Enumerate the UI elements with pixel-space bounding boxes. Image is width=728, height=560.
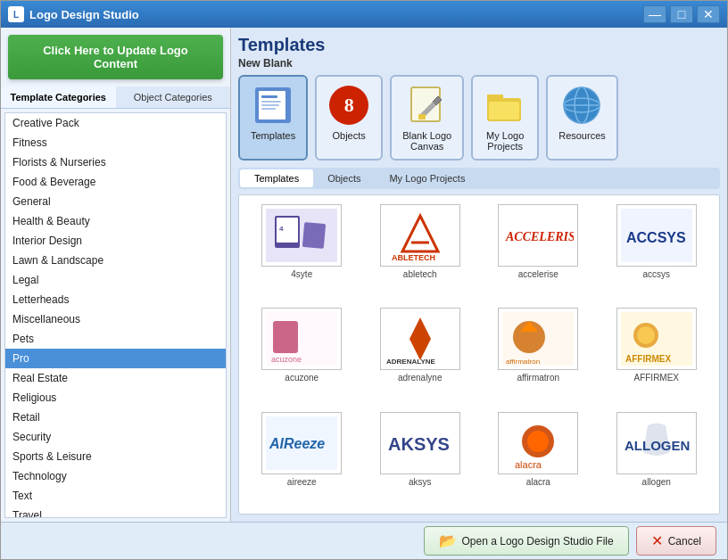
logo-thumb-abletech: ABLETECH xyxy=(380,204,460,267)
category-miscellaneous[interactable]: Miscellaneous xyxy=(5,309,226,329)
cancel-button[interactable]: ✕ Cancel xyxy=(636,526,716,556)
svg-rect-4 xyxy=(261,104,279,106)
category-retail[interactable]: Retail xyxy=(5,408,226,427)
logo-name-accsys: accsys xyxy=(642,269,670,279)
logo-name-allogen: allogen xyxy=(642,477,671,487)
svg-text:AKSYS: AKSYS xyxy=(388,434,450,454)
category-legal[interactable]: Legal xyxy=(5,270,226,290)
svg-rect-10 xyxy=(489,102,519,119)
tab-object-categories[interactable]: Object Categories xyxy=(116,86,231,108)
icon-btn-objects[interactable]: 8 Objects xyxy=(315,75,383,161)
app-icon: L xyxy=(8,6,24,22)
svg-rect-5 xyxy=(261,108,276,110)
right-panel: Templates New Blank Te xyxy=(231,28,727,522)
logo-thumb-affirmatron: affirmatron xyxy=(498,308,578,370)
logo-name-alacra: alacra xyxy=(526,477,550,487)
logo-name-affirmatron: affirmatron xyxy=(517,373,559,383)
logo-name-adrenalyne: adrenalyne xyxy=(398,373,442,383)
logo-item-adrenalyne[interactable]: ADRENALYNE adrenalyne xyxy=(363,304,478,404)
category-technology[interactable]: Technology xyxy=(5,466,226,486)
svg-rect-7 xyxy=(418,114,426,119)
sub-tabs: Templates Objects My Logo Projects xyxy=(238,168,720,189)
category-health[interactable]: Health & Beauty xyxy=(5,211,226,231)
icon-btn-blank-canvas[interactable]: Blank LogoCanvas xyxy=(390,75,464,161)
logo-thumb-4syte: 4 xyxy=(261,204,342,267)
cancel-label: Cancel xyxy=(668,535,701,548)
category-text[interactable]: Text xyxy=(5,486,226,506)
svg-text:alacra: alacra xyxy=(515,459,542,470)
logo-item-accsys[interactable]: ACCSYS accsys xyxy=(600,201,715,301)
close-button[interactable]: ✕ xyxy=(697,5,720,23)
svg-text:ADRENALYNE: ADRENALYNE xyxy=(386,358,435,366)
category-lawn[interactable]: Lawn & Landscape xyxy=(5,251,226,270)
svg-rect-20 xyxy=(302,222,326,249)
logo-name-aireeze: aireeze xyxy=(287,477,317,487)
open-file-icon: 📂 xyxy=(439,532,457,549)
logo-item-affirmex[interactable]: AFFIRMEX AFFIRMEX xyxy=(600,304,715,404)
category-food[interactable]: Food & Beverage xyxy=(5,172,226,192)
icon-btn-templates-label: Templates xyxy=(251,130,295,141)
category-sports[interactable]: Sports & Leisure xyxy=(5,447,226,466)
svg-rect-3 xyxy=(261,101,281,103)
open-file-button[interactable]: 📂 Open a Logo Design Studio File xyxy=(424,526,629,556)
category-letterheads[interactable]: Letterheads xyxy=(5,290,226,309)
logo-item-allogen[interactable]: ALLOGEN allogen xyxy=(600,408,715,508)
logo-item-alacra[interactable]: alacra alacra xyxy=(481,408,596,508)
category-florists[interactable]: Florists & Nurseries xyxy=(5,152,226,172)
logo-thumb-accelerise: ACCELERIS xyxy=(498,204,578,267)
category-general[interactable]: General xyxy=(5,192,226,211)
category-real-estate[interactable]: Real Estate xyxy=(5,368,226,388)
svg-rect-2 xyxy=(261,95,277,98)
window-title: Logo Design Studio xyxy=(29,8,139,21)
new-blank-label: New Blank xyxy=(238,57,720,70)
category-travel[interactable]: Travel xyxy=(5,506,226,518)
logo-item-aireeze[interactable]: AIReeze aireeze xyxy=(244,408,360,508)
category-security[interactable]: Security xyxy=(5,427,226,447)
category-list: Creative Pack Fitness Florists & Nurseri… xyxy=(4,112,227,518)
svg-point-40 xyxy=(637,326,655,344)
category-religious[interactable]: Religious xyxy=(5,388,226,408)
sub-tab-templates[interactable]: Templates xyxy=(240,169,313,187)
logo-thumb-accsys: ACCSYS xyxy=(616,204,697,267)
logo-item-aksys[interactable]: AKSYS aksys xyxy=(363,408,478,508)
objects-icon: 8 xyxy=(327,84,370,127)
icon-btn-resources[interactable]: Resources xyxy=(546,75,618,161)
category-pro[interactable]: Pro xyxy=(5,349,226,368)
sub-tab-my-logo-projects[interactable]: My Logo Projects xyxy=(375,169,479,187)
left-panel: Click Here to Update Logo Content Templa… xyxy=(1,28,231,522)
logo-thumb-acuzone: acuzone xyxy=(261,308,342,370)
cancel-icon: ✕ xyxy=(651,532,663,549)
logo-name-aksys: aksys xyxy=(409,477,432,487)
sub-tab-objects[interactable]: Objects xyxy=(313,169,375,187)
icon-btn-resources-label: Resources xyxy=(558,130,606,141)
logo-item-4syte[interactable]: 4 4syte xyxy=(244,201,360,301)
logo-item-abletech[interactable]: ABLETECH abletech xyxy=(363,201,478,301)
main-window: L Logo Design Studio — □ ✕ Click Here to… xyxy=(0,0,728,560)
svg-rect-9 xyxy=(487,95,503,102)
top-icon-bar: Templates 8 Objects xyxy=(238,75,720,161)
svg-point-48 xyxy=(527,431,549,452)
logo-item-accelerise[interactable]: ACCELERIS accelerise xyxy=(481,201,596,301)
category-fitness[interactable]: Fitness xyxy=(5,133,226,152)
logo-thumb-alacra: alacra xyxy=(498,412,578,474)
svg-text:ALLOGEN: ALLOGEN xyxy=(625,438,690,453)
logo-item-acuzone[interactable]: acuzone acuzone xyxy=(244,304,360,404)
icon-btn-my-projects[interactable]: My LogoProjects xyxy=(471,75,539,161)
logo-thumb-aksys: AKSYS xyxy=(380,412,460,474)
tab-template-categories[interactable]: Template Categories xyxy=(1,86,116,108)
logo-grid-container: 4 4syte ABLETECH xyxy=(238,194,720,515)
maximize-button[interactable]: □ xyxy=(670,5,693,23)
icon-btn-templates[interactable]: Templates xyxy=(238,75,308,161)
category-pets[interactable]: Pets xyxy=(5,329,226,349)
logo-name-abletech: abletech xyxy=(403,269,437,279)
logo-item-affirmatron[interactable]: affirmatron affirmatron xyxy=(481,304,596,404)
minimize-button[interactable]: — xyxy=(643,5,666,23)
panel-title: Templates xyxy=(238,35,720,55)
category-tabs: Template Categories Object Categories xyxy=(1,86,230,109)
category-interior[interactable]: Interior Design xyxy=(5,231,226,251)
logo-name-4syte: 4syte xyxy=(291,269,312,279)
category-creative-pack[interactable]: Creative Pack xyxy=(5,113,226,133)
my-projects-icon xyxy=(484,84,526,127)
svg-text:ACCSYS: ACCSYS xyxy=(626,230,686,245)
update-logo-button[interactable]: Click Here to Update Logo Content xyxy=(8,35,223,79)
